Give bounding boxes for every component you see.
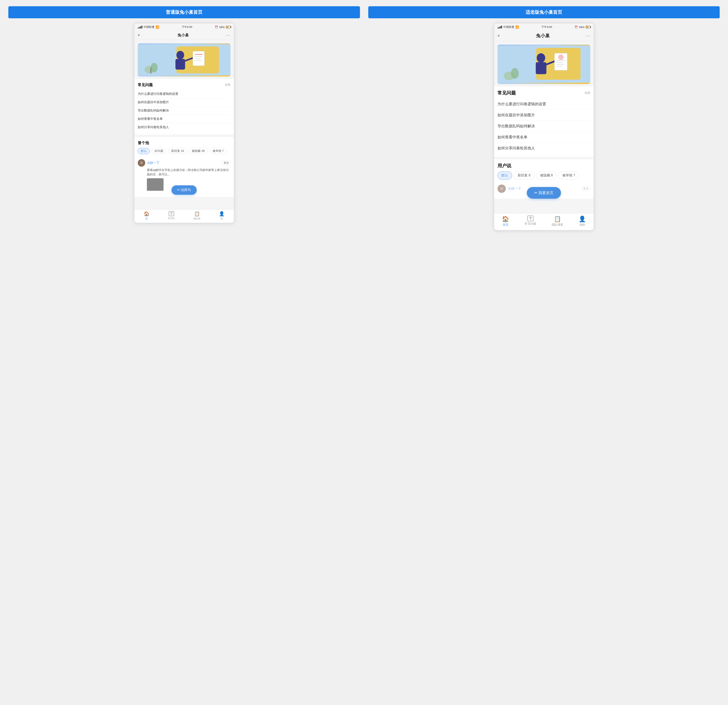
- right-faq-item-4[interactable]: 如何分享问卷给其他人: [497, 143, 590, 153]
- right-faq-item-0[interactable]: 为什么要进行问卷逻辑的设置: [497, 98, 590, 110]
- right-more-button[interactable]: ···: [586, 34, 590, 38]
- left-tag-3[interactable]: 被隐藏 38: [189, 148, 208, 154]
- left-phone-frame: 中国联通 📶 下午4:00 ⏰ 58% × 兔小巢 ···: [134, 23, 234, 223]
- left-wifi-icon: 📶: [156, 25, 159, 29]
- right-tag-0[interactable]: 默认: [497, 171, 512, 179]
- right-community-tags: 默认 新回复 8 被隐藏 8 被举报 7: [497, 171, 590, 179]
- right-phone-frame: 中国联通 📶 下午4:00 ⏰ 58% × 兔小巢 ···: [494, 23, 594, 230]
- left-nav-me[interactable]: 👤 我: [219, 211, 224, 220]
- left-faq-icon: ?: [169, 211, 174, 216]
- left-faq-section: 常见问题 全部 为什么要进行问卷逻辑的设置 如何在题目中添加图片 导出数据乱码如…: [134, 79, 234, 134]
- left-avatar-0: 冷: [138, 159, 145, 167]
- right-battery-fill: [586, 26, 588, 28]
- left-blog-icon: 📋: [194, 211, 200, 217]
- svg-point-11: [151, 63, 157, 72]
- svg-rect-23: [556, 66, 562, 66]
- right-tag-3[interactable]: 被举报 7: [558, 171, 579, 179]
- left-post-content-0: 看看qq邮件在手机上的展示哈（和冷静公司邮件邮寄上果没有问题的话，就可以...: [138, 168, 231, 176]
- left-tag-2[interactable]: 新回复 18: [168, 148, 187, 154]
- left-float-area: ✏ 说两句: [134, 197, 234, 209]
- right-blog-icon: 📋: [554, 215, 561, 222]
- left-carrier: 中国联通: [144, 25, 155, 29]
- left-more-button[interactable]: ···: [226, 33, 231, 38]
- left-faq-item-2[interactable]: 导出数据乱码如何解决: [138, 107, 231, 115]
- right-nav-faq[interactable]: ? 常见问题: [524, 215, 536, 227]
- right-section: 适老版兔小巢首页 中国联通 📶 下午4:00 ⏰ 58% × 兔小: [368, 6, 720, 699]
- left-author-name-0[interactable]: 冷静一下: [147, 161, 159, 165]
- left-faq-item-1[interactable]: 如何在题目中添加图片: [138, 98, 231, 107]
- left-battery-fill: [226, 26, 228, 28]
- svg-point-2: [176, 51, 184, 59]
- left-status-bar: 中国联通 📶 下午4:00 ⏰ 58%: [134, 23, 234, 30]
- right-tag-1[interactable]: 新回复 8: [514, 171, 534, 179]
- left-tag-0[interactable]: 默认: [138, 148, 150, 154]
- right-nav-title: 兔小巢: [536, 33, 550, 39]
- right-tag-2[interactable]: 被隐藏 8: [536, 171, 557, 179]
- right-float-button[interactable]: ✏ 我要发言: [527, 187, 561, 199]
- left-community-header: 冒个泡: [138, 140, 231, 145]
- svg-rect-9: [195, 60, 202, 61]
- right-faq-list: 为什么要进行问卷逻辑的设置 如何在题目中添加图片 导出数据乱码如何解决 如何查看…: [497, 98, 590, 153]
- right-community-header: 用户说: [497, 163, 590, 169]
- right-avatar-0: 冷: [497, 185, 506, 193]
- svg-rect-8: [195, 58, 201, 59]
- right-carrier: 中国联通: [503, 25, 514, 29]
- left-close-button[interactable]: ×: [138, 33, 140, 38]
- right-home-icon: 🏠: [502, 215, 509, 222]
- right-home-label: 首页: [503, 223, 508, 227]
- right-me-icon: 👤: [579, 215, 586, 222]
- left-me-label: 我: [221, 217, 223, 220]
- left-community-title: 冒个泡: [138, 140, 149, 145]
- svg-rect-7: [195, 56, 202, 57]
- left-faq-header: 常见问题 全部: [138, 82, 231, 87]
- svg-rect-12: [150, 68, 152, 74]
- left-tag-1[interactable]: 好问题: [152, 148, 166, 154]
- right-float-area: ✏ 我要发言: [494, 199, 594, 213]
- left-post-0-header: 冷 冷静一下 置顶: [138, 159, 231, 167]
- svg-point-25: [511, 68, 519, 79]
- right-faq-item-2[interactable]: 导出数据乱码如何解决: [497, 121, 590, 132]
- right-me-label: 我的: [579, 223, 585, 227]
- left-battery-pct: 58%: [219, 26, 225, 29]
- left-faq-item-3[interactable]: 如何查看中奖名单: [138, 115, 231, 123]
- left-nav-title: 兔小巢: [178, 33, 189, 38]
- right-faq-more[interactable]: 全部: [584, 91, 590, 95]
- svg-rect-20: [556, 60, 566, 61]
- right-status-bar: 中国联通 📶 下午4:00 ⏰ 58%: [494, 23, 594, 30]
- left-status-left: 中国联通 📶: [138, 25, 159, 29]
- right-blog-label: 团队博客: [552, 223, 563, 227]
- left-signal-bars: [138, 26, 142, 29]
- left-banner-svg: [138, 43, 231, 77]
- left-faq-item-0[interactable]: 为什么要进行问卷逻辑的设置: [138, 90, 231, 98]
- right-status-left: 中国联通 📶: [497, 25, 519, 29]
- right-faq-item-1[interactable]: 如何在题目中添加图片: [497, 110, 590, 121]
- left-float-button[interactable]: ✏ 说两句: [172, 185, 196, 195]
- left-nav-faq[interactable]: ? 常见问: [168, 211, 175, 220]
- right-nav-me[interactable]: 👤 我的: [579, 215, 586, 227]
- left-tag-4[interactable]: 被举报 7: [209, 148, 227, 154]
- svg-point-19: [558, 55, 563, 60]
- right-nav-home[interactable]: 🏠 首页: [502, 215, 509, 227]
- right-nav-blog[interactable]: 📋 团队博客: [552, 215, 563, 227]
- left-faq-more[interactable]: 全部: [225, 83, 231, 87]
- right-faq-item-3[interactable]: 如何查看中奖名单: [497, 132, 590, 143]
- left-me-icon: 👤: [219, 211, 224, 217]
- right-alarm-icon: ⏰: [575, 26, 578, 29]
- right-community-title: 用户说: [497, 163, 511, 169]
- left-nav-blog[interactable]: 📋 团队博: [194, 211, 200, 220]
- right-faq-header: 常见问题 全部: [497, 90, 590, 96]
- right-status-right: ⏰ 58%: [575, 26, 590, 29]
- left-home-icon: 🏠: [144, 211, 149, 217]
- left-nav-home[interactable]: 🏠 首: [144, 211, 149, 220]
- svg-rect-3: [175, 59, 185, 69]
- right-banner: [497, 45, 590, 84]
- right-wifi-icon: 📶: [516, 25, 519, 29]
- left-faq-item-4[interactable]: 如何分享问卷给其他人: [138, 123, 231, 131]
- right-banner-svg: [497, 45, 590, 84]
- right-battery-bar: [586, 26, 590, 28]
- right-faq-nav-label: 常见问题: [524, 222, 536, 226]
- right-author-partial: 冷静一下: [508, 186, 521, 191]
- left-blog-label: 团队博: [194, 217, 200, 220]
- right-close-button[interactable]: ×: [497, 34, 500, 38]
- left-battery-bar: [226, 26, 231, 28]
